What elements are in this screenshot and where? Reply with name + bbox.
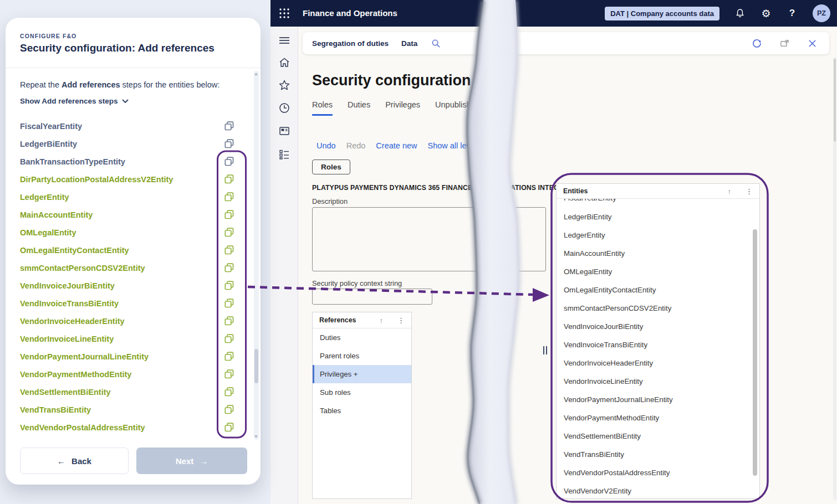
undo-link[interactable]: Undo (317, 141, 336, 150)
crumb-data[interactable]: Data (401, 39, 417, 48)
create-new-link[interactable]: Create new (376, 141, 417, 150)
wizard-entity-row: DirPartyLocationPostalAddressV2Entity (20, 173, 246, 186)
entity-name: VendInvoiceJourBiEntity (20, 281, 115, 290)
wizard-entity-row: LedgerEntity (20, 191, 246, 203)
sort-up-icon[interactable]: ↑ (728, 187, 732, 196)
entities-list-item[interactable]: VendorInvoiceLineEntity (557, 372, 759, 390)
environment-badge[interactable]: DAT | Company accounts data (605, 7, 719, 20)
panel-resize-handle[interactable] (543, 346, 547, 354)
help-icon[interactable]: ? (787, 8, 798, 19)
scroll-up-icon[interactable] (254, 73, 258, 75)
entities-scrollbar-thumb[interactable] (753, 229, 757, 476)
user-avatar[interactable]: PZ (813, 4, 830, 22)
copy-icon[interactable] (224, 210, 234, 219)
hamburger-menu-icon[interactable] (278, 34, 290, 47)
copy-icon[interactable] (224, 405, 234, 414)
references-list: DutiesParent rolesPrivileges +Sub rolesT… (313, 328, 411, 420)
show-steps-label: Show Add references steps (20, 97, 118, 105)
entities-list-item[interactable]: VendorPaymentJournalLineEntity (557, 390, 759, 409)
entities-list-item[interactable]: VendInvoiceTransBiEntity (557, 336, 759, 354)
references-panel-header: References ↑ ⋮ (313, 312, 411, 328)
show-steps-toggle[interactable]: Show Add references steps (20, 97, 129, 105)
entities-list-item[interactable]: FiscalYearEntity (557, 199, 759, 208)
entity-name: OmLegalEntityContactEntity (564, 286, 656, 294)
entities-list-item[interactable]: LedgerEntity (557, 226, 759, 244)
entities-list-item[interactable]: VendSettlementBiEntity (557, 427, 759, 445)
entities-list-item[interactable]: OMLegalEntity (557, 263, 759, 281)
entities-list-item[interactable]: LedgerBiEntity (557, 208, 759, 226)
copy-icon[interactable] (224, 157, 234, 166)
window-scrollbar[interactable] (833, 58, 836, 500)
configure-wizard-card: CONFIGURE F&O Security configuration: Ad… (6, 18, 261, 485)
tab-duties[interactable]: Duties (348, 100, 370, 116)
search-icon[interactable] (430, 38, 441, 49)
redo-link[interactable]: Redo (346, 141, 366, 150)
policy-context-input[interactable] (312, 289, 432, 305)
reference-item[interactable]: Privileges + (313, 365, 411, 383)
settings-gear-icon[interactable]: ⚙ (761, 8, 772, 19)
reference-item[interactable]: Parent roles (313, 347, 411, 365)
copy-icon[interactable] (224, 369, 234, 379)
modules-list-icon[interactable] (278, 148, 290, 161)
wizard-entity-row: VendorPaymentJournalLineEntity (20, 351, 246, 363)
more-options-kebab-icon[interactable]: ⋮ (746, 187, 753, 196)
copy-icon[interactable] (224, 316, 234, 326)
wizard-entity-row: VendVendorPostalAddressEntity (20, 421, 246, 434)
copy-icon[interactable] (224, 263, 234, 272)
app-launcher-waffle-icon[interactable] (278, 7, 290, 19)
scroll-down-icon[interactable] (254, 435, 258, 438)
back-button[interactable]: ←Back (20, 448, 129, 474)
show-all-levels-link[interactable]: Show all levels (428, 141, 481, 150)
entity-name: VendInvoiceTransBiEntity (564, 341, 647, 349)
entities-list-item[interactable]: VendTransBiEntity (557, 445, 759, 464)
description-field[interactable] (312, 207, 546, 271)
entity-name: VendorPaymentJournalLineEntity (20, 352, 149, 361)
reference-item[interactable]: Tables (313, 402, 411, 420)
recent-clock-icon[interactable] (278, 102, 290, 114)
reference-item[interactable]: Duties (313, 328, 411, 347)
entity-name: VendInvoiceJourBiEntity (564, 322, 643, 331)
copy-icon[interactable] (224, 299, 234, 308)
more-options-kebab-icon[interactable]: ⋮ (397, 316, 405, 325)
copy-icon[interactable] (224, 281, 234, 290)
sort-up-icon[interactable]: ↑ (380, 316, 384, 325)
entities-list-item[interactable]: MainAccountEntity (557, 244, 759, 263)
copy-icon[interactable] (224, 423, 234, 432)
copy-icon[interactable] (224, 387, 234, 397)
workspaces-icon[interactable] (278, 125, 290, 137)
copy-icon[interactable] (224, 352, 234, 361)
copy-icon[interactable] (224, 334, 234, 343)
crumb-segregation-of-duties[interactable]: Segregation of duties (312, 39, 389, 48)
copy-icon[interactable] (224, 139, 234, 148)
entities-list-item[interactable]: VendorInvoiceHeaderEntity (557, 354, 759, 372)
close-icon[interactable] (807, 38, 818, 49)
entity-name: VendorPaymentMethodEntity (564, 414, 659, 422)
copy-icon[interactable] (224, 228, 234, 237)
copy-icon[interactable] (224, 245, 234, 255)
tab-roles[interactable]: Roles (312, 100, 333, 116)
favorites-star-icon[interactable] (278, 79, 290, 91)
entities-list-item[interactable]: VendVendorV2Entity (557, 482, 759, 499)
open-in-new-window-icon[interactable] (779, 38, 790, 49)
entity-name: LedgerBiEntity (20, 140, 77, 148)
entities-list-item[interactable]: VendInvoiceJourBiEntity (557, 317, 759, 336)
entities-list-item[interactable]: VendVendorPostalAddressEntity (557, 464, 759, 482)
reference-item[interactable]: Sub roles (313, 383, 411, 402)
copy-icon[interactable] (224, 192, 234, 202)
copy-icon[interactable] (224, 121, 234, 131)
entities-list-item[interactable]: VendorPaymentMethodEntity (557, 409, 759, 427)
roles-node-chip[interactable]: Roles (312, 160, 350, 174)
tab-unpublished-objects[interactable]: Unpublished objects (435, 100, 508, 116)
tab-privileges[interactable]: Privileges (385, 100, 420, 116)
home-icon[interactable] (278, 56, 290, 69)
entities-list-item[interactable]: smmContactPersonCDSV2Entity (557, 299, 759, 317)
wizard-scrollbar-thumb[interactable] (254, 349, 258, 383)
next-button[interactable]: Next→ (136, 448, 247, 474)
pivot-tabs: Roles Duties Privileges Unpublished obje… (312, 100, 508, 116)
entities-list-item[interactable]: OmLegalEntityContactEntity (557, 281, 759, 299)
notifications-bell-icon[interactable] (734, 8, 746, 19)
wizard-scrollbar[interactable] (254, 71, 259, 440)
entity-name: OmLegalEntityContactEntity (20, 246, 129, 255)
refresh-icon[interactable] (751, 38, 762, 49)
copy-icon[interactable] (224, 174, 234, 184)
